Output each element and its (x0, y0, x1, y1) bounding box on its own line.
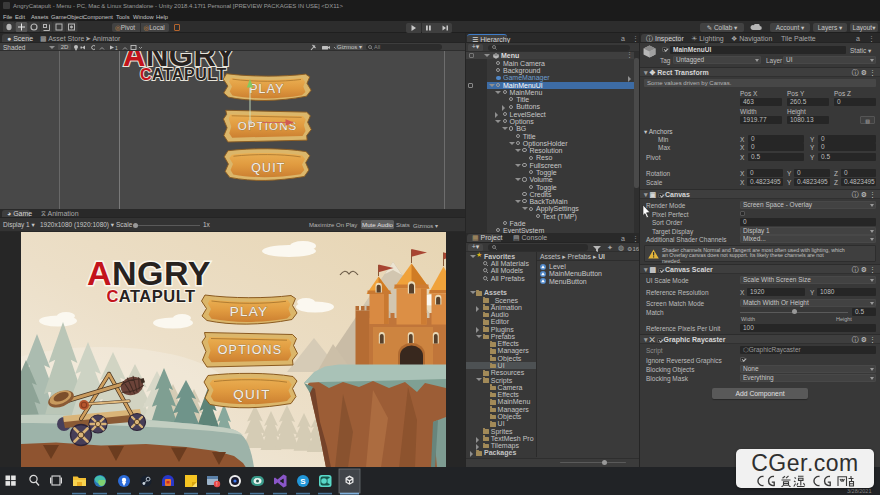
svg-text:OPTIONS: OPTIONS (217, 342, 282, 356)
svg-text:PLAY: PLAY (229, 304, 268, 319)
svg-text:CATAPULT: CATAPULT (140, 66, 227, 83)
svg-text:S: S (300, 477, 306, 486)
svg-text:QUIT: QUIT (233, 387, 270, 402)
svg-text:!: ! (216, 482, 217, 487)
svg-text:CGer.com: CGer.com (751, 450, 859, 476)
svg-text:CATAPULT: CATAPULT (106, 286, 195, 304)
svg-text:1: 1 (115, 44, 118, 50)
